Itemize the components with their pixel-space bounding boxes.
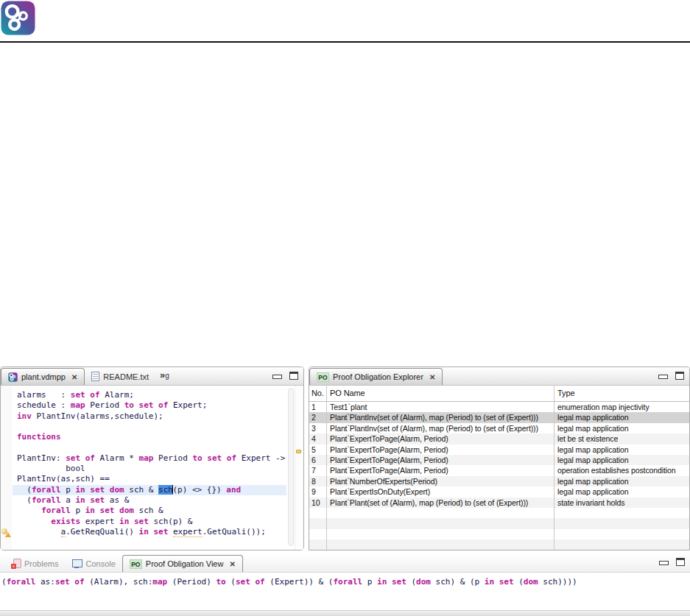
- tab-plant-vdmpp[interactable]: plant.vdmpp: [1, 368, 85, 385]
- warning-icon[interactable]: [1, 528, 11, 537]
- code-line[interactable]: inv PlantInv(alarms,schedule);: [13, 411, 286, 422]
- po-row[interactable]: 4Plant`ExpertToPage(Alarm, Period)let be…: [309, 433, 689, 444]
- code-keyword: set of: [55, 577, 85, 587]
- code-text: (Alarm), sch:: [85, 577, 153, 587]
- po-cell-name: Plant`ExpertToPage(Alarm, Period): [327, 455, 555, 465]
- code-text: a: [61, 495, 76, 505]
- po-cell-no: 8: [309, 476, 327, 486]
- tab-label: Console: [85, 559, 115, 568]
- po-expression[interactable]: (forall as:set of (Alarm), sch:map (Peri…: [1, 577, 690, 587]
- column-header-type[interactable]: Type: [555, 386, 689, 401]
- maximize-icon[interactable]: [289, 372, 298, 380]
- code-keyword: inv: [17, 411, 32, 421]
- po-cell-type: operation establishes postcondition: [555, 465, 689, 475]
- code-line[interactable]: functions: [13, 432, 286, 442]
- bottom-tabstrip: Problems Console PO Proof Obligation Vie…: [0, 553, 690, 573]
- maximize-icon[interactable]: [675, 372, 684, 380]
- code-keyword: functions: [17, 432, 61, 442]
- code-text: (: [514, 577, 524, 587]
- code-line[interactable]: a.GetReqQuali() in set expert.GetQuali()…: [13, 527, 286, 537]
- minimize-icon[interactable]: [272, 372, 281, 380]
- code-editor[interactable]: alarms : set of Alarm;schedule : map Per…: [1, 386, 303, 550]
- code-text: Expert;: [168, 400, 207, 410]
- po-table-header[interactable]: No. PO Name Type: [309, 386, 689, 402]
- po-cell-name: Plant`Plant(set of (Alarm), map (Period)…: [327, 498, 555, 508]
- code-keyword: dom: [524, 577, 538, 587]
- editor-panel: plant.vdmpp README.txt »g alarms : set: [0, 367, 304, 550]
- overview-ruler: [295, 386, 303, 550]
- po-row[interactable]: 3Plant`PlantInv(set of (Alarm), map (Per…: [309, 423, 689, 433]
- po-row[interactable]: 7Plant`ExpertToPage(Alarm, Period)operat…: [309, 465, 689, 475]
- po-row[interactable]: 9Plant`ExpertIsOnDuty(Expert)legal map a…: [309, 486, 689, 497]
- selected-text: sch: [158, 485, 173, 495]
- po-cell-no: 4: [309, 433, 327, 444]
- console-icon: [71, 559, 82, 568]
- code-keyword: set of: [66, 453, 95, 463]
- po-row[interactable]: 5Plant`ExpertToPage(Alarm, Period)legal …: [309, 445, 689, 455]
- code-line[interactable]: [13, 422, 286, 432]
- po-cell-no: [309, 508, 327, 518]
- po-cell-name: [327, 508, 555, 518]
- warning-marker-icon[interactable]: [296, 450, 301, 453]
- po-cell-name: [327, 539, 555, 550]
- code-keyword: forall: [32, 495, 61, 505]
- code-text: Alarm *: [95, 453, 139, 463]
- tab-proof-obligation-explorer[interactable]: PO Proof Obligation Explorer: [309, 368, 443, 385]
- tab-proof-obligation-view[interactable]: PO Proof Obligation View: [122, 555, 243, 572]
- code-line[interactable]: forall p in set dom sch &: [13, 506, 286, 516]
- po-cell-no: 1: [309, 402, 327, 412]
- minimize-icon[interactable]: [658, 372, 667, 380]
- po-row-empty: [309, 518, 689, 528]
- code-line[interactable]: PlantInv: set of Alarm * map Period to s…: [13, 453, 286, 464]
- po-cell-type: [555, 539, 689, 550]
- code-line[interactable]: [13, 442, 286, 453]
- po-cell-name: Plant`ExpertToPage(Alarm, Period): [327, 445, 555, 455]
- code-keyword: in set: [377, 577, 406, 587]
- tab-label: Proof Obligation View: [146, 559, 224, 568]
- code-keyword: forall: [7, 577, 36, 587]
- vertical-scrollbar[interactable]: [288, 388, 294, 546]
- code-keyword: map: [71, 400, 85, 410]
- code-keyword: in set: [485, 577, 514, 587]
- problems-icon: [11, 559, 21, 568]
- tab-console[interactable]: Console: [65, 555, 122, 572]
- po-cell-name: Plant`ExpertIsOnDuty(Expert): [327, 486, 555, 497]
- po-row[interactable]: 2Plant`PlantInv(set of (Alarm), map (Per…: [309, 412, 689, 422]
- code-keyword: set of: [71, 390, 100, 400]
- code-line[interactable]: exists expert in set sch(p) &: [13, 517, 286, 527]
- code-text: p: [362, 577, 377, 587]
- code-text: as:: [35, 577, 55, 587]
- po-row[interactable]: 6Plant`ExpertToPage(Alarm, Period)legal …: [309, 455, 689, 465]
- code-line[interactable]: (forall a in set as &: [13, 495, 286, 506]
- po-row[interactable]: 10Plant`Plant(set of (Alarm), map (Perio…: [309, 498, 689, 508]
- po-cell-no: [309, 529, 327, 539]
- tab-problems[interactable]: Problems: [4, 555, 65, 572]
- code-line[interactable]: schedule : map Period to set of Expert;: [13, 400, 286, 411]
- po-row[interactable]: 1Test1`plantenumeration map injectivity: [309, 402, 689, 412]
- code-text: expert: [173, 527, 203, 537]
- po-cell-no: 10: [309, 498, 327, 508]
- close-icon[interactable]: [429, 373, 435, 381]
- po-cell-type: let be st existence: [555, 433, 689, 444]
- close-icon[interactable]: [71, 373, 77, 381]
- code-keyword: in set: [119, 517, 149, 526]
- po-cell-name: Plant`ExpertToPage(Alarm, Period): [327, 465, 555, 475]
- tab-overflow-chevron[interactable]: »g: [160, 369, 169, 380]
- po-row[interactable]: 8Plant`NumberOfExperts(Period)legal map …: [309, 476, 689, 486]
- code-text: sch &: [124, 485, 158, 495]
- column-header-no[interactable]: No.: [309, 386, 327, 401]
- code-line[interactable]: bool: [13, 464, 286, 474]
- code-keyword: in set: [139, 527, 169, 537]
- code-line[interactable]: PlantInv(as,sch) ==: [13, 474, 286, 484]
- column-header-name[interactable]: PO Name: [327, 386, 555, 401]
- tab-readme-txt[interactable]: README.txt: [85, 368, 155, 385]
- code-text: (Period): [167, 577, 216, 587]
- code-line[interactable]: alarms : set of Alarm;: [13, 390, 286, 400]
- close-icon[interactable]: [229, 560, 235, 568]
- maximize-icon[interactable]: [676, 558, 685, 566]
- code-text: [17, 527, 61, 537]
- code-area[interactable]: alarms : set of Alarm;schedule : map Per…: [13, 390, 286, 550]
- code-line-current[interactable]: (forall p in set dom sch & sch(p) <> {})…: [13, 485, 286, 495]
- minimize-icon[interactable]: [659, 559, 668, 566]
- status-bar: [0, 610, 690, 616]
